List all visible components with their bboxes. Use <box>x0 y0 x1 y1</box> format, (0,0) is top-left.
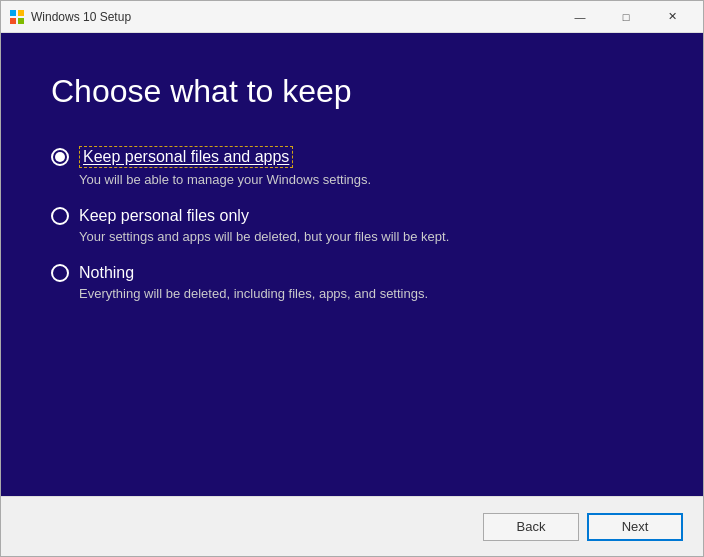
titlebar: Windows 10 Setup — □ ✕ <box>1 1 703 33</box>
app-icon <box>9 9 25 25</box>
option-keep-files-only: Keep personal files only Your settings a… <box>51 207 653 244</box>
window-title: Windows 10 Setup <box>31 10 557 24</box>
radio-keep-files-and-apps[interactable] <box>51 148 69 166</box>
svg-rect-2 <box>10 18 16 24</box>
svg-rect-0 <box>10 10 16 16</box>
option-keep-files-and-apps: Keep personal files and apps You will be… <box>51 146 653 187</box>
radio-nothing[interactable] <box>51 264 69 282</box>
option-2-row[interactable]: Keep personal files only <box>51 207 653 225</box>
options-list: Keep personal files and apps You will be… <box>51 146 653 466</box>
option-1-label[interactable]: Keep personal files and apps <box>79 146 293 168</box>
svg-rect-1 <box>18 10 24 16</box>
option-3-label[interactable]: Nothing <box>79 264 134 282</box>
restore-button[interactable]: □ <box>603 1 649 33</box>
option-2-desc: Your settings and apps will be deleted, … <box>79 229 653 244</box>
option-nothing: Nothing Everything will be deleted, incl… <box>51 264 653 301</box>
page-title: Choose what to keep <box>51 73 653 110</box>
main-content: Choose what to keep Keep personal files … <box>1 33 703 496</box>
footer: Back Next <box>1 496 703 556</box>
titlebar-controls: — □ ✕ <box>557 1 695 33</box>
option-1-row[interactable]: Keep personal files and apps <box>51 146 653 168</box>
window: Windows 10 Setup — □ ✕ Choose what to ke… <box>0 0 704 557</box>
next-button[interactable]: Next <box>587 513 683 541</box>
option-3-row[interactable]: Nothing <box>51 264 653 282</box>
close-button[interactable]: ✕ <box>649 1 695 33</box>
option-3-desc: Everything will be deleted, including fi… <box>79 286 653 301</box>
back-button[interactable]: Back <box>483 513 579 541</box>
option-2-label[interactable]: Keep personal files only <box>79 207 249 225</box>
minimize-button[interactable]: — <box>557 1 603 33</box>
radio-keep-files-only[interactable] <box>51 207 69 225</box>
svg-rect-3 <box>18 18 24 24</box>
option-1-desc: You will be able to manage your Windows … <box>79 172 653 187</box>
